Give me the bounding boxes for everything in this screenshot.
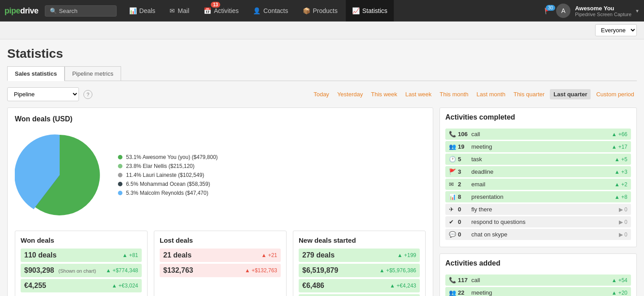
nav-deals-label: Deals — [139, 7, 156, 14]
nav-right: 🚩 30 A Awesome You Pipedrive Screen Capt… — [544, 4, 640, 18]
logo[interactable]: pipedrive — [4, 6, 39, 16]
won-deals-box: Won deals 110 deals ▲ +81 $903,298 (Show… — [15, 231, 148, 296]
new-deals-item-3: VEB1,400 ▲ +VEB1,400 — [299, 294, 420, 296]
period-last-quarter[interactable]: Last quarter — [550, 89, 591, 99]
act-comp-8: 💬 0 chat on skype ▶ 0 — [445, 229, 631, 240]
act-comp-7: ✔ 0 respond to questions ▶ 0 — [445, 216, 631, 227]
right-panel: Activities completed 📞 106 call ▲ +66 👥 … — [439, 107, 637, 296]
legend-dot-0 — [118, 155, 122, 159]
phone-icon: 📞 — [449, 131, 458, 137]
period-yesterday[interactable]: Yesterday — [335, 89, 366, 99]
everyone-select[interactable]: Everyone — [595, 24, 637, 36]
activities-added-title: Activities added — [445, 259, 631, 267]
act-comp-count-6: 0 — [458, 206, 471, 213]
user-subtitle: Pipedrive Screen Capture — [575, 12, 631, 17]
won-deals-item-2: €4,255 ▲ +€3,024 — [21, 279, 142, 292]
help-icon[interactable]: ? — [83, 90, 92, 99]
chat-icon: 💬 — [449, 231, 458, 238]
act-comp-label-7: respond to questions — [471, 219, 619, 225]
legend-dot-3 — [118, 182, 122, 186]
period-this-month[interactable]: This month — [437, 89, 471, 99]
nav-mail[interactable]: ✉ Mail — [163, 0, 196, 21]
act-add-label-0: call — [471, 277, 611, 283]
legend-dot-2 — [118, 173, 122, 177]
won-deals-change-0: ▲ +81 — [122, 252, 138, 258]
period-this-quarter[interactable]: This quarter — [511, 89, 547, 99]
nav-products[interactable]: 📦 Products — [296, 0, 344, 21]
nav-contacts[interactable]: 👤 Contacts — [247, 0, 294, 21]
new-deals-box: New deals started 279 deals ▲ +199 $6,51… — [293, 231, 426, 296]
lost-deals-item-0: 21 deals ▲ +21 — [160, 249, 281, 262]
page: Statistics Sales statistics Pipeline met… — [0, 39, 644, 296]
search-placeholder: Search — [59, 8, 78, 14]
act-comp-change-3: ▲ +3 — [614, 169, 627, 175]
tabs: Sales statistics Pipeline metrics — [7, 66, 637, 81]
legend-text-0: 53.1% Awesome You (you) ($479,800) — [126, 154, 218, 160]
new-deals-item-0: 279 deals ▲ +199 — [299, 249, 420, 262]
tab-pipeline-metrics[interactable]: Pipeline metrics — [65, 66, 121, 81]
won-deals-title: Won deals — [21, 236, 142, 244]
period-custom[interactable]: Custom period — [593, 89, 637, 99]
new-deals-change-1: ▲ +$5,976,386 — [379, 267, 416, 274]
nav-statistics[interactable]: 📈 Statistics — [346, 0, 394, 21]
filter-row: Pipeline ? Today Yesterday This week Las… — [7, 87, 637, 101]
legend-item-4: 5.3% Malcolm Reynolds ($47,470) — [118, 190, 218, 196]
new-deals-value-0: 279 deals — [302, 251, 335, 259]
legend-dot-4 — [118, 191, 122, 195]
act-comp-change-5: ▲ +8 — [614, 194, 627, 200]
stats-row: Won deals 110 deals ▲ +81 $903,298 (Show… — [15, 231, 426, 296]
user-name: Awesome You — [575, 5, 631, 12]
chart-area: 53.1% Awesome You (you) ($479,800) 23.8%… — [15, 130, 426, 220]
act-comp-label-5: presentation — [471, 193, 614, 200]
phone-icon-add: 📞 — [449, 277, 458, 283]
act-add-label-1: meeting — [471, 289, 611, 296]
avatar: A — [556, 4, 570, 18]
legend-text-2: 11.4% Lauri Laineste ($102,549) — [126, 172, 204, 178]
act-comp-change-4: ▲ +2 — [614, 181, 627, 188]
won-deals-value-0: 110 deals — [24, 251, 57, 259]
nav-deals[interactable]: 📊 Deals — [123, 0, 162, 21]
act-comp-label-8: chat on skype — [471, 231, 619, 238]
act-comp-change-0: ▲ +66 — [611, 131, 627, 137]
act-comp-change-8: ▶ 0 — [619, 232, 627, 238]
pipeline-select[interactable]: Pipeline — [7, 87, 79, 101]
act-comp-5: 📊 8 presentation ▲ +8 — [445, 191, 631, 202]
top-navigation: pipedrive 🔍 Search 📊 Deals ✉ Mail 📅 13 A… — [0, 0, 644, 21]
act-add-count-1: 22 — [458, 289, 471, 296]
act-comp-label-2: task — [471, 156, 614, 163]
legend-text-3: 6.5% Mohammad Ocean ($58,359) — [126, 181, 210, 187]
won-deals-value-2: €4,255 — [24, 282, 46, 290]
won-deals-item-0: 110 deals ▲ +81 — [21, 249, 142, 262]
tab-sales-statistics[interactable]: Sales statistics — [7, 66, 65, 81]
act-comp-change-1: ▲ +17 — [611, 144, 627, 150]
mail-icon: ✉ — [170, 7, 175, 14]
nav-contacts-label: Contacts — [263, 7, 288, 14]
period-today[interactable]: Today — [311, 89, 332, 99]
act-add-change-1: ▲ +20 — [611, 290, 627, 296]
new-deals-change-0: ▲ +199 — [397, 252, 416, 258]
legend-item-1: 23.8% Elar Nellis ($215,120) — [118, 163, 218, 169]
act-comp-count-5: 8 — [458, 193, 471, 200]
user-info: Awesome You Pipedrive Screen Capture ▼ — [575, 5, 640, 17]
fly-icon: ✈ — [449, 206, 458, 213]
period-this-week[interactable]: This week — [368, 89, 400, 99]
respond-icon: ✔ — [449, 219, 458, 225]
legend-item-0: 53.1% Awesome You (you) ($479,800) — [118, 154, 218, 160]
nav-products-label: Products — [313, 7, 338, 14]
meeting-icon-add: 👥 — [449, 289, 458, 296]
act-comp-label-4: email — [471, 181, 614, 188]
act-comp-count-0: 106 — [458, 131, 471, 137]
nav-activities[interactable]: 📅 13 Activities — [197, 0, 245, 21]
legend-item-2: 11.4% Lauri Laineste ($102,549) — [118, 172, 218, 178]
flag-badge[interactable]: 🚩 30 — [544, 8, 552, 14]
nav-activities-label: Activities — [214, 7, 239, 14]
period-last-month[interactable]: Last month — [474, 89, 508, 99]
period-last-week[interactable]: Last week — [403, 89, 435, 99]
search-bar[interactable]: 🔍 Search — [45, 5, 117, 17]
lost-deals-value-0: 21 deals — [163, 251, 191, 259]
lost-deals-change-1: ▲ +$132,763 — [245, 267, 277, 274]
act-comp-count-1: 19 — [458, 143, 471, 150]
subheader: Everyone — [0, 21, 644, 39]
calendar-icon: 📅 — [204, 7, 211, 14]
products-icon: 📦 — [303, 7, 310, 14]
